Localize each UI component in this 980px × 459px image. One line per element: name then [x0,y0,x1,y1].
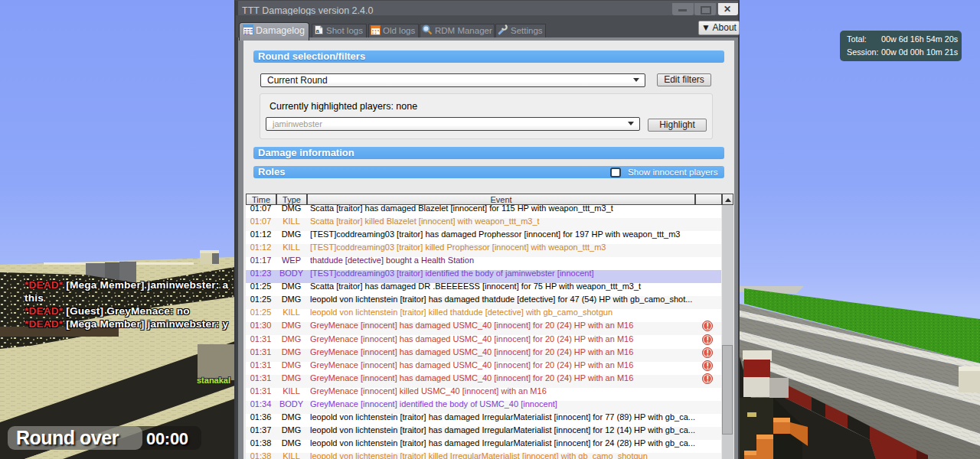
svg-text:a: a [316,28,320,34]
